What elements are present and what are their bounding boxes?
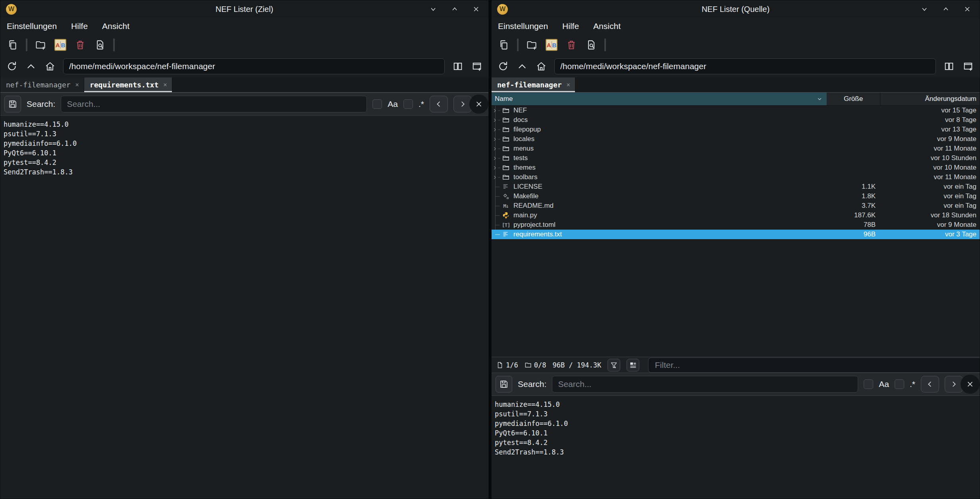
new-folder-button[interactable] [525,38,538,52]
tab-nef-filemanager[interactable]: nef-filemanager× [0,77,84,92]
address-input[interactable] [63,58,445,74]
rename-button[interactable]: AB [54,38,67,52]
search-input[interactable] [61,96,367,112]
tab-bar: nef-filemanager×requirements.txt× [0,77,488,93]
rename-button[interactable]: AB [545,38,558,52]
minimize-icon[interactable] [920,5,929,14]
titlebar[interactable]: W NEF Lister (Ziel) [0,0,488,18]
save-search-button[interactable] [496,376,512,393]
file-row-toolbars[interactable]: toolbarsvor 11 Monate [492,172,980,182]
expand-chevron-icon[interactable] [492,137,502,142]
copy-button[interactable] [6,38,19,52]
expand-chevron-icon[interactable] [492,156,502,161]
file-list-empty-area[interactable] [492,239,980,357]
expand-chevron-icon[interactable] [492,175,502,180]
expand-chevron-icon[interactable] [492,127,502,132]
home-button[interactable] [535,60,547,72]
file-viewer[interactable]: humanize==4.15.0 psutil==7.1.3 pymediain… [492,396,980,499]
regex-checkbox[interactable] [403,99,413,109]
expand-chevron-icon[interactable] [492,146,502,151]
search-prev-button[interactable] [430,96,448,112]
preview-button[interactable] [585,38,598,52]
up-button[interactable] [25,60,37,72]
file-row-LICENSE[interactable]: LICENSE1.1Kvor ein Tag [492,182,980,191]
file-row-README.md[interactable]: M↓README.md3.7Kvor ein Tag [492,201,980,211]
titlebar[interactable]: W NEF Lister (Quelle) [492,0,980,18]
search-input[interactable] [552,376,858,393]
filter-input[interactable] [648,358,980,373]
new-tab-button[interactable] [962,60,974,72]
folder-count: 0/8 [534,361,546,369]
save-search-button[interactable] [4,96,21,112]
menu-item-hilfe[interactable]: Hilfe [71,21,88,31]
menu-item-einstellungen[interactable]: Einstellungen [498,21,548,31]
menu-item-hilfe[interactable]: Hilfe [562,21,579,31]
column-size-label: Größe [844,95,863,103]
file-name: main.py [513,211,829,219]
new-tab-button[interactable] [471,60,483,72]
tab-nef-filemanager[interactable]: nef-filemanager× [492,77,575,92]
close-icon[interactable] [963,5,972,14]
up-button[interactable] [516,60,528,72]
tab-close-icon[interactable]: × [75,81,79,89]
search-close-button[interactable] [469,95,488,114]
tab-bar: nef-filemanager× [492,77,980,93]
copy-button[interactable] [497,38,511,52]
details-view-button[interactable] [627,359,639,371]
text-file-icon [502,231,510,238]
expand-chevron-icon[interactable] [492,118,502,123]
refresh-button[interactable] [6,60,18,72]
file-rows: NEFvor 15 Tagedocsvor 8 Tagefilepopupvor… [492,106,980,239]
expand-chevron-icon[interactable] [492,165,502,170]
maximize-icon[interactable] [450,5,459,14]
home-button[interactable] [44,60,56,72]
split-view-button[interactable] [943,60,955,72]
file-row-filepopup[interactable]: filepopupvor 13 Tage [492,125,980,134]
match-case-checkbox[interactable] [864,379,873,389]
file-row-requirements.txt[interactable]: requirements.txt96Bvor 3 Tage [492,230,980,239]
minimize-icon[interactable] [429,5,438,14]
file-name: locales [513,135,829,143]
file-modified-date: vor 11 Monate [880,145,980,153]
column-header-modified[interactable]: Änderungsdatum [880,93,980,105]
tab-close-icon[interactable]: × [567,81,570,89]
refresh-button[interactable] [497,60,509,72]
menu-item-ansicht[interactable]: Ansicht [102,21,129,31]
file-row-docs[interactable]: docsvor 8 Tage [492,115,980,125]
menu-item-ansicht[interactable]: Ansicht [593,21,621,31]
file-row-themes[interactable]: themesvor 10 Monate [492,163,980,172]
file-row-NEF[interactable]: NEFvor 15 Tage [492,106,980,115]
expand-chevron-icon[interactable] [492,108,502,113]
close-icon[interactable] [472,5,480,14]
regex-checkbox[interactable] [895,379,904,389]
tree-branch-line [492,215,502,216]
delete-button[interactable] [565,38,578,52]
gear-file-icon [502,193,510,200]
column-header-size[interactable]: Größe [827,93,880,105]
new-folder-button[interactable] [34,38,47,52]
file-row-tests[interactable]: testsvor 10 Stunden [492,153,980,163]
file-row-main.py[interactable]: main.py187.6Kvor 18 Stunden [492,211,980,220]
file-viewer[interactable]: humanize==4.15.0 psutil==7.1.3 pymediain… [0,116,488,499]
match-case-checkbox[interactable] [372,99,382,109]
delete-button[interactable] [73,38,87,52]
file-row-pyproject.toml[interactable]: [T]pyproject.toml78Bvor 9 Monate [492,220,980,230]
file-row-Makefile[interactable]: Makefile1.8Kvor ein Tag [492,191,980,201]
address-input[interactable] [554,58,936,74]
search-close-button[interactable] [961,375,980,394]
folder-file-icon [502,107,510,114]
file-name: Makefile [513,192,829,200]
filter-button[interactable] [608,359,620,371]
tab-close-icon[interactable]: × [163,81,167,89]
file-row-menus[interactable]: menusvor 11 Monate [492,144,980,153]
tab-requirements.txt[interactable]: requirements.txt× [84,77,172,92]
maximize-icon[interactable] [941,5,950,14]
preview-button[interactable] [93,38,107,52]
file-row-locales[interactable]: localesvor 9 Monate [492,134,980,144]
column-header-name[interactable]: Name [492,93,827,105]
search-prev-button[interactable] [921,376,939,393]
split-view-button[interactable] [452,60,464,72]
menu-item-einstellungen[interactable]: Einstellungen [7,21,57,31]
file-size: 96B [829,230,880,238]
window-icon: W [497,4,508,15]
